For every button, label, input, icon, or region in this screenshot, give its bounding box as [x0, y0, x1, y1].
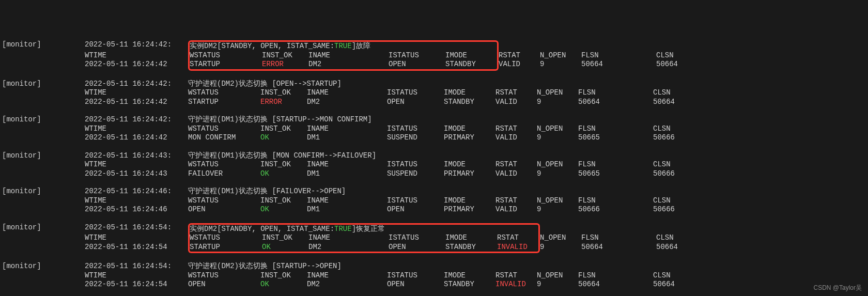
val-clsn: 50666 [653, 133, 694, 143]
blank [2, 160, 85, 169]
monitor-tag: [monitor] [2, 223, 85, 234]
val-inst-ok: OK [260, 205, 307, 214]
hdr-istatus: ISTATUS [387, 160, 444, 169]
hdr-istatus: ISTATUS [387, 196, 444, 206]
blank [2, 60, 85, 71]
hdr-imode: IMODE [444, 88, 495, 98]
val-istatus: OPEN [387, 205, 444, 214]
hdr-wtime: WTIME [85, 196, 188, 206]
hdr-clsn: CLSN [653, 196, 694, 206]
val-iname: DM2 [308, 60, 389, 69]
hdr-clsn: CLSN [656, 233, 698, 243]
log-data-row: 2022-05-11 16:24:54OPENOKDM2OPENSTANDBYI… [2, 280, 866, 289]
blank-line [2, 289, 866, 297]
val-iname: DM2 [307, 98, 387, 107]
log-header-row: WTIMEWSTATUSINST_OKINAMEISTATUSIMODERSTA… [2, 124, 866, 134]
timestamp: 2022-05-11 16:24:54: [85, 223, 188, 234]
val-wtime: 2022-05-11 16:24:43 [85, 169, 188, 179]
blank [2, 98, 85, 107]
log-header-row: WTIMEWSTATUSINST_OKINAMEISTATUSIMODERSTA… [2, 160, 866, 169]
val-inst-ok: OK [262, 243, 308, 252]
val-wstatus: OPEN [188, 205, 260, 214]
val-imode: PRIMARY [444, 169, 495, 179]
val-iname: DM1 [307, 205, 387, 214]
val-wstatus: FAILOVER [188, 169, 260, 179]
val-rstat: VALID [499, 60, 540, 71]
hdr-istatus: ISTATUS [387, 124, 444, 134]
val-inst-ok: OK [260, 169, 307, 179]
hdr-wstatus: WSTATUS [188, 88, 260, 98]
val-flsn: 50664 [581, 60, 656, 71]
hdr-wstatus: WSTATUS [190, 233, 262, 243]
blank [2, 233, 85, 243]
val-istatus: OPEN [389, 60, 445, 69]
hdr-rstat: RSTAT [499, 51, 540, 60]
log-data-row: 2022-05-11 16:24:42STARTUPERRORDM2OPENST… [2, 98, 866, 107]
hdr-rstat: RSTAT [497, 233, 538, 243]
hdr-flsn: FLSN [578, 88, 653, 98]
monitor-tag: [monitor] [2, 262, 85, 271]
hdr-n-open: N_OPEN [537, 88, 578, 98]
monitor-tag: [monitor] [2, 151, 85, 161]
hdr-wtime: WTIME [85, 88, 188, 98]
hdr-iname: INAME [307, 88, 387, 98]
val-flsn: 50664 [581, 243, 656, 254]
hdr-rstat: RSTAT [495, 160, 537, 169]
hdr-inst-ok: INST_OK [260, 124, 307, 134]
log-message: 实例DM2[STANDBY, OPEN, ISTAT_SAME:TRUE]恢复正… [190, 225, 385, 234]
log-header-row: WTIMEWSTATUSINST_OKINAMEISTATUSIMODERSTA… [2, 51, 866, 60]
hdr-wtime: WTIME [85, 51, 188, 60]
val-imode: PRIMARY [444, 133, 495, 143]
val-rstat: VALID [495, 98, 537, 107]
hdr-wtime: WTIME [85, 233, 188, 243]
log-message: 守护进程(DM1)状态切换 [STARTUP-->MON CONFIRM] [188, 115, 372, 124]
hdr-imode: IMODE [444, 160, 495, 169]
log-header-row: WTIMEWSTATUSINST_OKINAMEISTATUSIMODERSTA… [2, 271, 866, 281]
timestamp: 2022-05-11 16:24:42: [85, 40, 188, 51]
log-message: 守护进程(DM1)状态切换 [MON CONFIRM-->FAILOVER] [188, 151, 376, 161]
log-message: 守护进程(DM2)状态切换 [STARTUP-->OPEN] [188, 262, 342, 271]
monitor-tag: [monitor] [2, 115, 85, 124]
val-istatus: OPEN [387, 98, 444, 107]
blank [2, 280, 85, 289]
val-wtime: 2022-05-11 16:24:42 [85, 133, 188, 143]
val-iname: DM1 [307, 133, 387, 143]
blank [2, 205, 85, 214]
hdr-wstatus: WSTATUS [188, 196, 260, 206]
val-n-open: 9 [537, 205, 578, 214]
hdr-wstatus: WSTATUS [188, 124, 260, 134]
val-rstat: VALID [495, 169, 537, 179]
hdr-flsn: FLSN [581, 51, 656, 60]
hdr-flsn: FLSN [581, 233, 656, 243]
hdr-istatus: ISTATUS [389, 233, 445, 243]
hdr-istatus: ISTATUS [389, 51, 445, 60]
hdr-clsn: CLSN [653, 124, 694, 134]
val-inst-ok: OK [260, 133, 307, 143]
val-clsn: 50664 [656, 243, 698, 254]
hdr-iname: INAME [307, 160, 387, 169]
hdr-istatus: ISTATUS [387, 88, 444, 98]
val-clsn: 50664 [656, 60, 698, 71]
hdr-inst-ok: INST_OK [260, 196, 307, 206]
blank-line [2, 71, 866, 80]
log-data-row: 2022-05-11 16:24:46OPENOKDM1OPENPRIMARYV… [2, 205, 866, 214]
log-msg-row: [monitor]2022-05-11 16:24:42:守护进程(DM2)状态… [2, 80, 866, 89]
val-imode: STANDBY [444, 98, 495, 107]
hdr-wtime: WTIME [85, 124, 188, 134]
log-msg-row: [monitor]2022-05-11 16:24:54:实例DM2[STAND… [2, 223, 866, 234]
highlight-true: TRUE [334, 42, 352, 50]
val-inst-ok: ERROR [260, 98, 307, 107]
blank-line [2, 106, 866, 115]
val-rstat: INVALID [497, 243, 538, 252]
val-wstatus: STARTUP [188, 98, 260, 107]
hdr-inst-ok: INST_OK [260, 271, 307, 281]
val-wtime: 2022-05-11 16:24:42 [85, 98, 188, 107]
val-clsn: 50666 [653, 169, 694, 179]
val-n-open: 9 [537, 169, 578, 179]
val-n-open: 9 [540, 243, 581, 254]
log-msg-row: [monitor]2022-05-11 16:24:43:守护进程(DM1)状态… [2, 151, 866, 161]
val-wstatus: STARTUP [190, 60, 262, 69]
timestamp: 2022-05-11 16:24:46: [85, 187, 188, 196]
val-rstat: INVALID [495, 280, 537, 289]
monitor-tag: [monitor] [2, 80, 85, 89]
